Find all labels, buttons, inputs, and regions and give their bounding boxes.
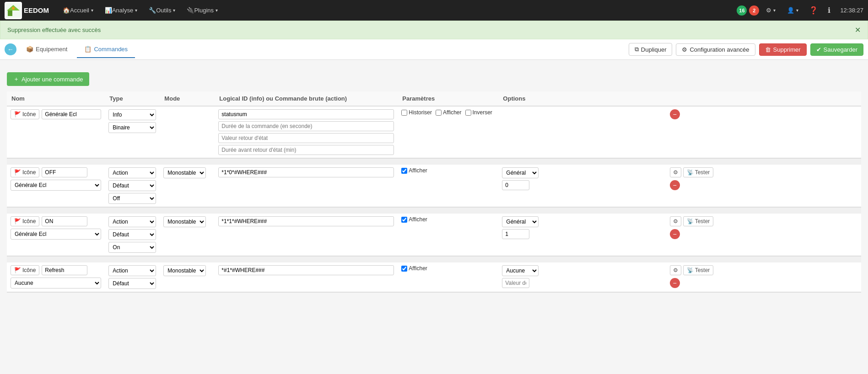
row1-duration-input[interactable]	[218, 121, 394, 131]
row4-name-input[interactable]	[42, 265, 87, 275]
row4-val-input[interactable]	[502, 278, 529, 288]
row3-mode-select[interactable]: Monostable Bistable	[163, 216, 206, 227]
row2-subtype-select[interactable]: Off On	[108, 193, 156, 204]
row1-type2-select[interactable]: Binaire Numérique Autre	[108, 122, 156, 133]
row2-subname-select[interactable]: Générale Ecl	[11, 180, 101, 191]
row4-logical-id-input[interactable]	[218, 265, 394, 275]
row1-params-cell: Historiser Afficher Inverser	[398, 106, 498, 158]
row4-subname-select[interactable]: Aucune Générale Ecl	[11, 278, 101, 289]
row2-afficher-checkbox[interactable]	[401, 168, 407, 174]
sauvegarder-button[interactable]: ✔ Sauvegarder	[810, 43, 863, 56]
row1-historiser-checkbox[interactable]	[401, 110, 407, 116]
info-icon[interactable]: ℹ	[824, 6, 834, 15]
row1-action-cell: −	[666, 106, 861, 158]
row2-gear-button[interactable]: ⚙	[670, 167, 681, 177]
row2-options-cell: Général Aucune	[498, 165, 666, 208]
row2-type1-select[interactable]: Action Info	[108, 167, 156, 178]
plugins-icon: 🔌	[187, 7, 194, 14]
row2-name-input[interactable]	[42, 167, 87, 177]
table-row: 🚩 Icône Générale Ecl Action Info	[7, 214, 861, 256]
row4-mode-select[interactable]: Monostable Bistable	[163, 265, 206, 276]
caret-icon: ▾	[173, 8, 175, 13]
row4-general-select[interactable]: Aucune Général	[502, 265, 539, 276]
row1-afficher-checkbox[interactable]	[436, 110, 442, 116]
row1-logical-id-input[interactable]	[218, 109, 394, 119]
row2-action-cell: ⚙ 📡 Tester −	[666, 165, 861, 208]
supprimer-button[interactable]: 🗑 Supprimer	[759, 43, 807, 56]
row1-remove-button[interactable]: −	[670, 109, 680, 119]
row3-icon-button[interactable]: 🚩 Icône	[11, 216, 39, 226]
col-mode: Mode	[160, 91, 215, 106]
row2-nom-cell: 🚩 Icône Générale Ecl	[7, 165, 105, 208]
row3-type2-select[interactable]: Défaut Slider Message	[108, 229, 156, 240]
row4-type1-select[interactable]: Action Info	[108, 265, 156, 276]
row3-logical-id-input[interactable]	[218, 216, 394, 226]
row1-type-cell: Info Action Binaire Numérique Autre	[105, 106, 160, 158]
row1-inverser-checkbox[interactable]	[465, 110, 471, 116]
row4-tester-button[interactable]: 📡 Tester	[683, 265, 714, 275]
config-avancee-button[interactable]: ⚙ Configuration avancée	[676, 43, 755, 56]
row4-afficher-checkbox[interactable]	[401, 266, 407, 272]
row3-type1-select[interactable]: Action Info	[108, 216, 156, 227]
row4-icon-button[interactable]: 🚩 Icône	[11, 265, 39, 275]
row2-remove-button[interactable]: −	[670, 180, 680, 190]
row2-icon-button[interactable]: 🚩 Icône	[11, 167, 39, 177]
dupliquer-button[interactable]: ⧉ Dupliquer	[629, 43, 673, 56]
row1-type1-select[interactable]: Info Action	[108, 109, 156, 120]
tab-commandes[interactable]: 📋 Commandes	[77, 41, 135, 58]
row4-remove-button[interactable]: −	[670, 278, 680, 288]
tab-equipement[interactable]: 📦 Equipement	[19, 41, 75, 58]
row2-mode-select[interactable]: Monostable Bistable	[163, 167, 206, 178]
row4-mode-cell: Monostable Bistable	[160, 262, 215, 293]
svg-rect-1	[8, 11, 12, 16]
copy-icon: ⧉	[635, 46, 639, 53]
row2-logical-id-input[interactable]	[218, 167, 394, 177]
row1-name-input[interactable]	[42, 109, 101, 119]
row4-gear-button[interactable]: ⚙	[670, 265, 681, 275]
row1-duration-before-input[interactable]	[218, 145, 394, 155]
spacer-row	[7, 256, 861, 262]
row4-type2-select[interactable]: Défaut Slider	[108, 278, 156, 289]
row1-return-val-input[interactable]	[218, 133, 394, 143]
nav-plugins[interactable]: 🔌 Plugins ▾	[182, 0, 222, 21]
row2-mode-cell: Monostable Bistable	[160, 165, 215, 208]
alert-close-button[interactable]: ✕	[855, 26, 861, 34]
row2-afficher-label: Afficher	[401, 167, 427, 174]
row3-mode-cell: Monostable Bistable	[160, 214, 215, 256]
back-button[interactable]: ←	[5, 43, 16, 55]
row3-val-input[interactable]	[502, 229, 529, 239]
row3-tester-button[interactable]: 📡 Tester	[683, 216, 714, 226]
row2-type2-select[interactable]: Défaut Slider Message	[108, 180, 156, 191]
row4-type-cell: Action Info Défaut Slider	[105, 262, 160, 293]
config-icon: ⚙	[682, 46, 687, 53]
table-row: 🚩 Icône Aucune Générale Ecl Action	[7, 262, 861, 293]
row2-general-select[interactable]: Général Aucune	[502, 167, 539, 178]
badge-red[interactable]: 2	[749, 5, 759, 16]
row3-afficher-checkbox[interactable]	[401, 217, 407, 223]
add-command-button[interactable]: ＋ Ajouter une commande	[7, 72, 89, 86]
caret-icon: ▾	[91, 8, 93, 13]
row2-tester-button[interactable]: 📡 Tester	[683, 167, 714, 177]
row3-subtype-select[interactable]: On Off	[108, 242, 156, 253]
badge-green[interactable]: 16	[737, 5, 747, 16]
tabs-header: ← 📦 Equipement 📋 Commandes ⧉ Dupliquer ⚙…	[0, 39, 868, 60]
nav-accueil[interactable]: 🏠 Accueil ▾	[58, 0, 98, 21]
row3-params-cell: Afficher	[398, 214, 498, 256]
svg-rect-3	[12, 7, 15, 10]
help-icon[interactable]: ❓	[805, 6, 822, 15]
row2-val-input[interactable]	[502, 180, 529, 190]
nav-analyse[interactable]: 📊 Analyse ▾	[100, 0, 142, 21]
row3-subname-select[interactable]: Générale Ecl	[11, 229, 101, 240]
nav-user[interactable]: 👤▾	[782, 0, 803, 21]
row3-name-input[interactable]	[42, 216, 87, 226]
row3-remove-button[interactable]: −	[670, 229, 680, 239]
row3-general-select[interactable]: Général Aucune	[502, 216, 539, 227]
nav-outils[interactable]: 🔧 Outils ▾	[144, 0, 180, 21]
row3-gear-button[interactable]: ⚙	[670, 216, 681, 226]
nav-settings[interactable]: ⚙▾	[761, 0, 780, 21]
row2-params-cell: Afficher	[398, 165, 498, 208]
nav-time: 12:38:27	[836, 7, 863, 14]
row1-icon-button[interactable]: 🚩 Icône	[11, 109, 39, 119]
caret-icon: ▾	[216, 8, 218, 13]
row1-options-cell	[498, 106, 666, 158]
